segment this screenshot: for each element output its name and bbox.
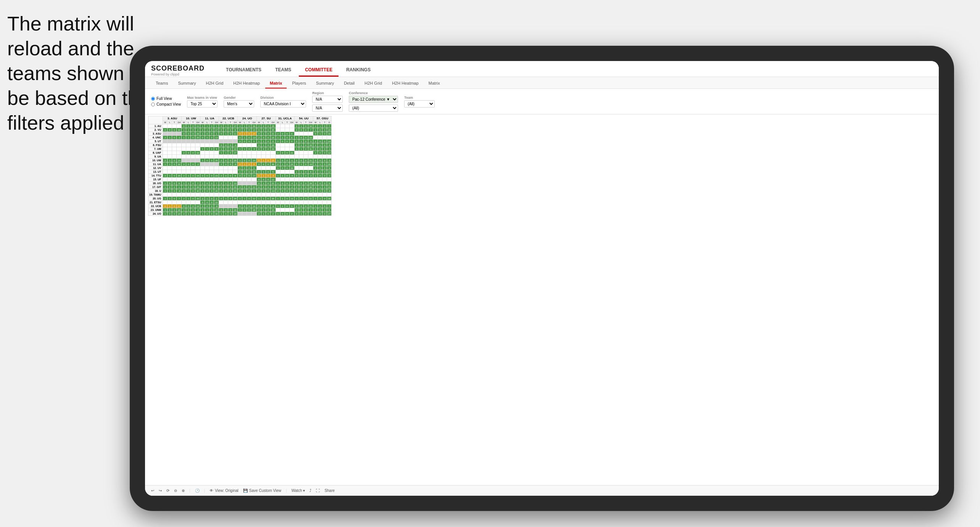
matrix-cell [318,193,322,197]
full-view-radio[interactable]: Full View [151,96,181,101]
matrix-cell: 0 [224,147,228,151]
matrix-cell: 0 [210,124,214,128]
matrix-cell [271,193,276,197]
filter-conference-select2[interactable]: (All) [349,104,398,112]
matrix-cell: 1 [276,212,280,216]
matrix-cell: 5 [251,140,257,143]
matrix-cell: 0 [210,147,214,151]
matrix-cell [285,170,289,174]
matrix-cell: 1 [294,147,299,151]
filter-gender-select[interactable]: Men's Women's [224,100,254,108]
filter-region-select2[interactable]: N/A [312,104,343,112]
matrix-cell: 0 [257,143,261,147]
subnav-teams[interactable]: Teams [151,79,172,88]
subnav-players[interactable]: Players [287,79,311,88]
subnav-h2h-heatmap2[interactable]: H2H Heatmap [387,79,423,88]
matrix-cell [200,155,205,159]
matrix-cell: 1 [299,189,303,193]
matrix-cell: 0 [294,208,299,212]
matrix-cell: 30 [195,189,200,193]
subnav-h2h-heatmap[interactable]: H2H Heatmap [229,79,264,88]
matrix-cell [182,193,186,197]
subnav-matrix[interactable]: Matrix [265,79,287,88]
matrix-cell: 21 [271,182,276,185]
table-row: 9. UA [148,155,332,159]
subnav-h2h-grid[interactable]: H2H Grid [201,79,228,88]
compact-view-input[interactable] [151,103,155,106]
subnav-matrix2[interactable]: Matrix [424,79,445,88]
matrix-cell: 26 [214,189,219,193]
filter-max-teams-select[interactable]: Top 25 Top 10 Top 50 [187,100,218,108]
matrix-cell: -9 [195,208,200,212]
matrix-cell: 0 [224,174,228,178]
matrix-cell [186,170,191,174]
zoom-in-button[interactable]: ⊕ [182,488,185,493]
subnav-summary[interactable]: Summary [173,79,200,88]
subnav-summary2[interactable]: Summary [311,79,338,88]
filter-conference-select[interactable]: Pac-12 Conference ▼ (All) [349,96,398,103]
matrix-cell: 0 [228,208,233,212]
save-custom-view-button[interactable]: 💾 Save Custom View [243,488,281,493]
matrix-cell: 13 [289,197,294,201]
matrix-cell: 0 [318,128,322,132]
expand-button[interactable]: ⛶ [316,488,320,493]
matrix-cell: 11 [195,124,200,128]
matrix-cell: 24 [251,159,257,162]
matrix-cell [238,155,242,159]
matrix-cell: 1 [242,197,247,201]
matrix-cell [172,201,177,204]
subnav-detail[interactable]: Detail [339,79,359,88]
matrix-cell: 0 [228,128,233,132]
nav-committee[interactable]: COMMITTEE [299,64,338,77]
matrix-cell: 0 [266,159,271,162]
filter-team-select[interactable]: (All) [404,100,435,108]
zoom-out-button[interactable]: ⊖ [174,488,177,493]
matrix-cell: 0 [280,159,285,162]
filter-division-select[interactable]: NCAA Division I NCAA Division II [260,100,306,108]
matrix-cell: 0 [228,132,233,136]
matrix-cell: -10 [271,189,276,193]
watch-button[interactable]: Watch ▾ [292,488,305,493]
nav-rankings[interactable]: RANKINGS [340,64,377,77]
matrix-cell [289,147,294,151]
logo-sub: Powered by clippd [151,72,205,76]
matrix-cell: 0 [322,174,327,178]
matrix-cell [233,170,238,174]
matrix-cell: -6 [327,189,332,193]
matrix-cell: 31 [308,147,313,151]
share-icon-button[interactable]: ⤴ [309,488,311,493]
matrix-cell: 2 [182,162,186,166]
view-original-button[interactable]: 👁 View: Original [210,488,239,493]
nav-tournaments[interactable]: TOURNAMENTS [220,64,268,77]
col-header-uo: 24. UO [238,116,257,121]
matrix-cell [163,124,168,128]
matrix-cell: 0 [285,189,289,193]
matrix-cell: 0 [303,189,308,193]
matrix-cell: 14 [177,159,182,162]
compact-view-radio[interactable]: Compact View [151,102,181,106]
table-row: 4. UNC210-11102000013010-102001611061001… [148,136,332,140]
share-button[interactable]: Share [324,488,335,493]
matrix-cell: 26 [308,185,313,189]
redo-button[interactable]: ↪ [159,488,162,493]
row-team-label: 11. UA [148,162,163,166]
full-view-input[interactable] [151,97,155,101]
clock-button[interactable]: 🕐 [195,488,200,493]
subnav-h2h-grid2[interactable]: H2H Grid [360,79,387,88]
matrix-cell [289,193,294,197]
matrix-cell [303,155,308,159]
filter-region-select[interactable]: N/A East West [312,96,343,103]
nav-teams[interactable]: TEAMS [269,64,297,77]
matrix-area[interactable]: 3. ASU 10. UW 11. UA 22. UCB 24. UO 27. … [145,114,939,480]
row-team-label: 19. TAMU [148,193,163,197]
matrix-cell [294,201,299,204]
undo-button[interactable]: ↩ [151,488,154,493]
matrix-cell: 0 [322,208,327,212]
matrix-cell: 0 [280,166,285,170]
matrix-cell: 1 [313,197,318,201]
matrix-cell [285,155,289,159]
matrix-cell: 1 [168,159,172,162]
reset-button[interactable]: ⟳ [166,488,169,493]
matrix-cell: -4 [233,143,238,147]
matrix-cell: 0 [219,208,224,212]
